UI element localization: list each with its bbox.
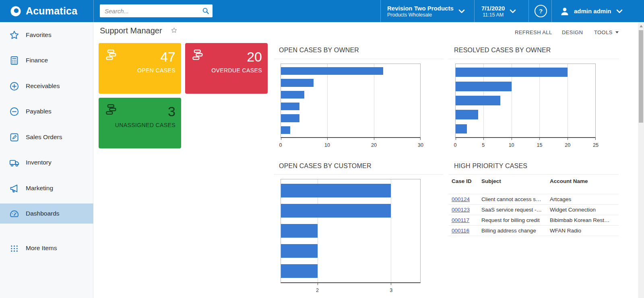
bar [456, 110, 478, 119]
tick-label: 0 [454, 142, 457, 148]
kpi-label: OPEN CASES [137, 67, 175, 74]
search-icon[interactable] [199, 4, 213, 17]
kpi-card-unassigned-cases[interactable]: 3 UNASSIGNED CASES [99, 98, 181, 148]
acumatica-logo-icon [10, 5, 22, 17]
sidebar-item-label: Dashboards [26, 210, 60, 217]
bar-chart-open-cases-by-owner: 0102030 [281, 64, 421, 150]
table-row: 000117 Request for billing credit Bibimb… [449, 215, 619, 225]
bar-chart-open-cases-by-customer: 23 [281, 179, 421, 296]
sidebar-item-inventory[interactable]: Inventory [0, 152, 93, 173]
x-axis-ticks: 0510152025 [455, 142, 596, 149]
design-button[interactable]: DESIGN [562, 28, 583, 36]
search-input[interactable] [104, 7, 199, 15]
bar-row [456, 66, 595, 78]
sidebar-item-finance[interactable]: Finance [0, 50, 93, 70]
kpi-value: 3 [168, 104, 175, 119]
tick-label: 10 [509, 142, 514, 148]
tick-mark [595, 138, 596, 140]
business-date: 7/1/2020 [481, 4, 505, 12]
tick-mark [327, 138, 328, 140]
sidebar-item-payables[interactable]: Payables [0, 101, 93, 121]
column-header-case-id[interactable]: Case ID [449, 178, 479, 185]
scroll-up-arrow-icon[interactable] [640, 25, 643, 27]
tick-mark [539, 138, 540, 140]
column-header-subject[interactable]: Subject [479, 178, 547, 185]
sidebar-item-label: Inventory [26, 159, 52, 166]
sidebar-item-favorites[interactable]: Favorites [0, 25, 93, 45]
tick-label: 10 [324, 142, 330, 148]
bar-row [456, 80, 595, 92]
favorite-star-icon[interactable] [171, 27, 178, 34]
tick-mark [420, 138, 421, 140]
bar [281, 126, 290, 134]
tick-mark [391, 283, 391, 285]
table-row: 000124 Client cannot access s… Artcages [449, 194, 619, 204]
user-icon [559, 6, 570, 16]
widget-divider [274, 59, 443, 59]
company-selector[interactable]: Revision Two Products Products Wholesale [387, 0, 465, 22]
logo[interactable]: Acumatica [0, 0, 94, 22]
tick-label: 20 [371, 142, 377, 148]
gauge-icon [9, 208, 20, 219]
user-name: admin admin [574, 8, 611, 14]
bar [281, 91, 304, 99]
business-date-selector[interactable]: 7/1/2020 11:15 AM [481, 0, 516, 22]
tick-mark [456, 138, 456, 140]
tick-label: 2 [316, 288, 319, 293]
bar-row [281, 125, 420, 135]
sidebar-item-receivables[interactable]: Receivables [0, 76, 93, 96]
widget-title-resolved-cases-by-owner: RESOLVED CASES BY OWNER [454, 47, 551, 54]
scrollbar-thumb[interactable] [639, 30, 643, 123]
bar [281, 204, 391, 218]
refresh-all-button[interactable]: REFRESH ALL [515, 28, 552, 36]
plus-circle-icon [9, 81, 20, 92]
tick-mark [281, 138, 281, 140]
sidebar-item-label: Finance [26, 57, 48, 64]
acumatica-app: Acumatica Revision Two Products Products… [0, 0, 644, 298]
cases-icon [192, 49, 204, 62]
refresh-all-label: REFRESH ALL [515, 29, 552, 35]
kpi-card-overdue-cases[interactable]: 20 OVERDUE CASES [185, 43, 268, 94]
column-header-account-name[interactable]: Account Name [547, 178, 619, 185]
case-id-link[interactable]: 000117 [452, 217, 469, 223]
kpi-card-open-cases[interactable]: 47 OPEN CASES [99, 43, 181, 94]
bar [281, 224, 318, 238]
kpi-value: 20 [247, 49, 262, 64]
plot-area [281, 64, 421, 138]
help-button[interactable]: ? [535, 0, 547, 22]
case-id-link[interactable]: 000124 [452, 196, 470, 202]
bar-row [281, 90, 420, 100]
widget-divider [449, 174, 619, 175]
header-separator [474, 0, 475, 22]
kpi-label: UNASSIGNED CASES [115, 122, 175, 128]
top-header: Acumatica Revision Two Products Products… [0, 0, 644, 22]
case-id-link[interactable]: 000123 [452, 207, 470, 213]
case-id-link[interactable]: 000116 [452, 228, 469, 234]
header-separator [551, 0, 552, 22]
widget-title-open-cases-by-owner: OPEN CASES BY OWNER [279, 47, 359, 54]
user-menu[interactable]: admin admin [559, 0, 623, 22]
tools-button[interactable]: TOOLS [594, 28, 619, 36]
caret-down-icon [615, 31, 619, 33]
sidebar-item-label: Receivables [26, 82, 60, 90]
plot-area [281, 179, 421, 283]
bar [456, 124, 467, 134]
bar-row [456, 109, 595, 121]
cases-icon [105, 103, 118, 116]
minus-circle-icon [9, 106, 20, 117]
table-row: 000123 SaaS service request -… Widget Co… [449, 204, 619, 215]
case-account: WFAN Radio [547, 228, 619, 234]
sidebar-item-more-items[interactable]: More Items [0, 238, 93, 258]
chevron-down-icon [616, 9, 623, 13]
table-row: 000116 Billing address change WFAN Radio [449, 225, 619, 236]
bar-chart-resolved-cases-by-owner: 0510152025 [455, 64, 596, 150]
logo-text: Acumatica [26, 5, 77, 17]
bar-row [281, 242, 420, 260]
design-label: DESIGN [562, 29, 583, 35]
bar [281, 67, 383, 75]
sidebar-item-marketing[interactable]: Marketing [0, 178, 93, 198]
chevron-down-icon [510, 9, 516, 13]
sidebar-item-sales-orders[interactable]: Sales Orders [0, 127, 93, 147]
sidebar-item-dashboards[interactable]: Dashboards [0, 203, 93, 224]
company-name: Revision Two Products [387, 4, 454, 12]
